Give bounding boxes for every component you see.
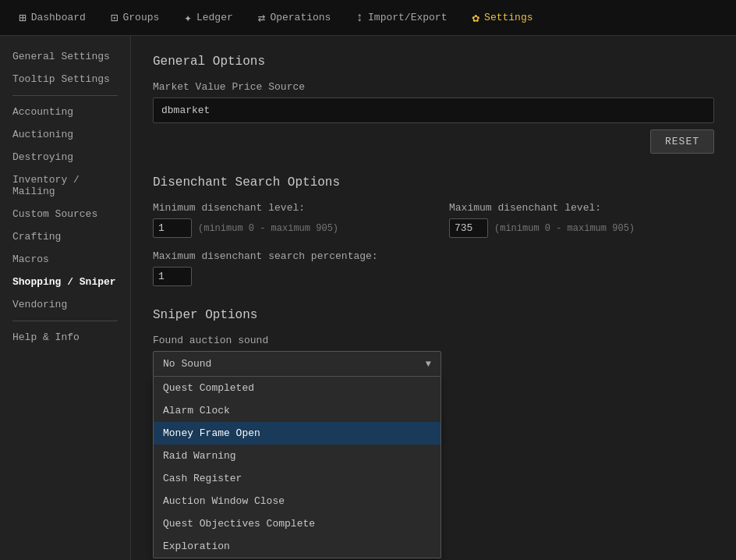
sound-dropdown-wrapper: No Sound ▼ Quest Completed Alarm Clock M… <box>153 351 441 377</box>
min-level-input[interactable] <box>153 218 192 238</box>
nav-ledger-label: Ledger <box>196 12 233 23</box>
market-value-label: Market Value Price Source <box>153 81 714 93</box>
sidebar-item-tooltip-settings[interactable]: Tooltip Settings <box>0 68 130 90</box>
market-value-input[interactable] <box>153 97 714 123</box>
nav-operations-label: Operations <box>270 12 331 23</box>
sound-option-auction-window-close[interactable]: Auction Window Close <box>154 490 441 512</box>
sound-option-cash-register[interactable]: Cash Register <box>154 467 441 490</box>
found-auction-label: Found auction sound <box>153 335 714 346</box>
nav-ledger[interactable]: ✦ Ledger <box>173 5 243 30</box>
disenchant-min-col: Minimum disenchant level: (minimum 0 - m… <box>153 202 418 238</box>
sidebar-item-accounting[interactable]: Accounting <box>0 101 130 123</box>
sound-dropdown-list: Quest Completed Alarm Clock Money Frame … <box>153 377 441 558</box>
sidebar-item-auctioning[interactable]: Auctioning <box>0 123 130 146</box>
sound-option-exploration[interactable]: Exploration <box>154 535 441 558</box>
sidebar-item-crafting[interactable]: Crafting <box>0 225 130 248</box>
sidebar: General Settings Tooltip Settings Accoun… <box>0 36 131 560</box>
sound-option-alarm-clock[interactable]: Alarm Clock <box>154 399 441 422</box>
disenchant-max-col: Maximum disenchant level: (minimum 0 - m… <box>449 202 714 238</box>
sidebar-item-inventory-mailing[interactable]: Inventory / Mailing <box>0 168 130 203</box>
general-options-section: General Options Market Value Price Sourc… <box>153 55 714 154</box>
min-level-field: (minimum 0 - maximum 905) <box>153 218 418 238</box>
sidebar-item-shopping-sniper[interactable]: Shopping / Sniper <box>0 271 130 293</box>
nav-dashboard[interactable]: ⊞ Dashboard <box>8 5 97 30</box>
sound-option-money-frame-open[interactable]: Money Frame Open <box>154 422 441 445</box>
max-pct-row: Maximum disenchant search percentage: <box>153 250 714 286</box>
import-export-icon: ↕ <box>356 11 363 25</box>
nav-groups-label: Groups <box>123 12 160 23</box>
disenchant-title: Disenchant Search Options <box>153 175 714 190</box>
max-pct-field <box>153 267 714 286</box>
max-level-field: (minimum 0 - maximum 905) <box>449 218 714 238</box>
max-pct-input[interactable] <box>153 267 192 286</box>
sound-option-quest-objectives-complete[interactable]: Quest Objectives Complete <box>154 512 441 535</box>
operations-icon: ⇄ <box>258 10 266 26</box>
dropdown-arrow-icon: ▼ <box>426 359 431 370</box>
nav-dashboard-label: Dashboard <box>31 12 86 23</box>
nav-settings-label: Settings <box>484 12 533 23</box>
sidebar-item-help-info[interactable]: Help & Info <box>0 326 130 349</box>
settings-icon: ✿ <box>472 10 479 26</box>
disenchant-grid: Minimum disenchant level: (minimum 0 - m… <box>153 202 714 238</box>
sidebar-item-destroying[interactable]: Destroying <box>0 146 130 168</box>
sidebar-item-vendoring[interactable]: Vendoring <box>0 293 130 316</box>
max-level-input[interactable] <box>449 218 488 238</box>
nav-operations[interactable]: ⇄ Operations <box>247 5 342 30</box>
sniper-title: Sniper Options <box>153 308 714 322</box>
sound-option-raid-warning[interactable]: Raid Warning <box>154 445 441 467</box>
top-nav: ⊞ Dashboard ⊡ Groups ✦ Ledger ⇄ Operatio… <box>0 0 736 36</box>
dashboard-icon: ⊞ <box>19 10 27 26</box>
ledger-icon: ✦ <box>184 10 192 26</box>
general-options-title: General Options <box>153 55 714 69</box>
sidebar-divider-2 <box>12 321 118 321</box>
sidebar-item-custom-sources[interactable]: Custom Sources <box>0 203 130 225</box>
sniper-section: Sniper Options Found auction sound No So… <box>153 308 714 377</box>
nav-import-export[interactable]: ↕ Import/Export <box>345 6 458 30</box>
max-pct-label: Maximum disenchant search percentage: <box>153 250 714 262</box>
max-level-label: Maximum disenchant level: <box>449 202 714 214</box>
min-level-label: Minimum disenchant level: <box>153 202 418 214</box>
reset-button[interactable]: RESET <box>650 129 714 154</box>
disenchant-section: Disenchant Search Options Minimum disenc… <box>153 175 714 286</box>
main-content: General Options Market Value Price Sourc… <box>131 36 736 560</box>
sidebar-item-general-settings[interactable]: General Settings <box>0 45 130 68</box>
nav-groups[interactable]: ⊡ Groups <box>100 5 170 30</box>
nav-settings[interactable]: ✿ Settings <box>461 5 543 30</box>
max-level-hint: (minimum 0 - maximum 905) <box>494 223 635 234</box>
sound-option-quest-completed[interactable]: Quest Completed <box>154 377 441 399</box>
sound-dropdown-selected[interactable]: No Sound ▼ <box>153 351 441 377</box>
min-level-hint: (minimum 0 - maximum 905) <box>198 223 338 234</box>
sidebar-divider-1 <box>12 95 118 96</box>
selected-sound-label: No Sound <box>163 358 211 370</box>
groups-icon: ⊡ <box>111 10 119 26</box>
sidebar-item-macros[interactable]: Macros <box>0 248 130 271</box>
nav-import-export-label: Import/Export <box>368 12 447 23</box>
main-layout: General Settings Tooltip Settings Accoun… <box>0 36 736 560</box>
